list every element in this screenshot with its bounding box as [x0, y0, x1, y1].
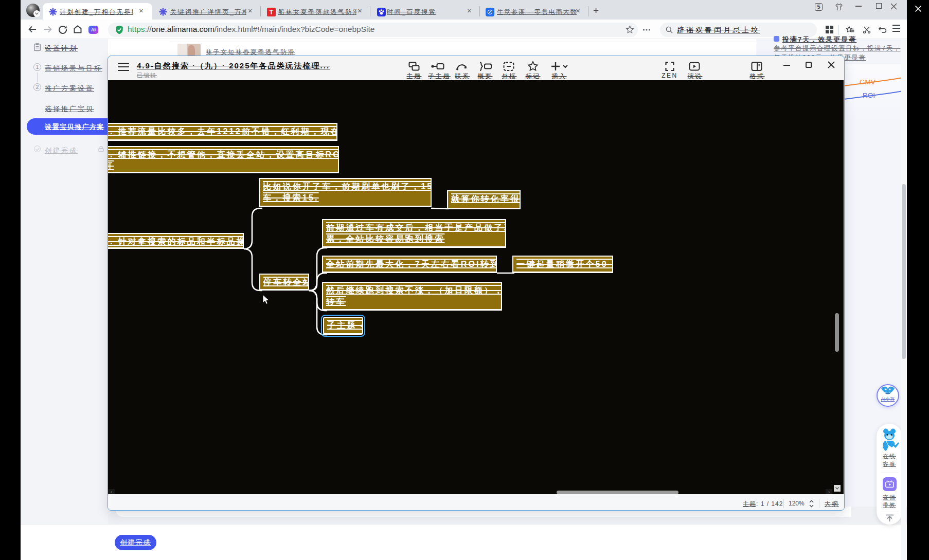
svg-text:ROI: ROI — [863, 92, 875, 99]
svg-text:GMV: GMV — [860, 78, 876, 86]
